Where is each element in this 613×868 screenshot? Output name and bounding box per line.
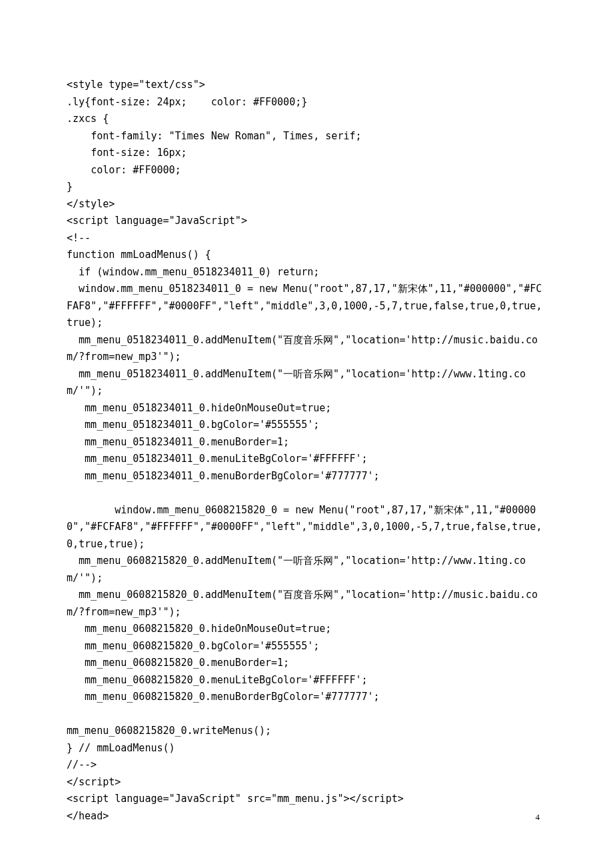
code-line: .ly{font-size: 24px; color: #FF0000;} xyxy=(67,94,546,111)
code-line: mm_menu_0608215820_0.bgColor='#555555'; xyxy=(67,638,546,655)
document-page: <style type="text/css">.ly{font-size: 24… xyxy=(0,0,613,865)
code-line: window.mm_menu_0608215820_0 = new Menu("… xyxy=(67,502,546,553)
code-line xyxy=(67,706,546,723)
code-line: mm_menu_0608215820_0.addMenuItem("一听音乐网"… xyxy=(67,553,546,587)
code-block: <style type="text/css">.ly{font-size: 24… xyxy=(67,77,546,825)
code-line: mm_menu_0518234011_0.addMenuItem("百度音乐网"… xyxy=(67,332,546,366)
code-line: if (window.mm_menu_0518234011_0) return; xyxy=(67,264,546,281)
code-line xyxy=(67,485,546,502)
code-line: mm_menu_0608215820_0.hideOnMouseOut=true… xyxy=(67,621,546,638)
code-line: mm_menu_0608215820_0.menuBorder=1; xyxy=(67,655,546,672)
code-line: </style> xyxy=(67,196,546,213)
code-line: } // mmLoadMenus() xyxy=(67,740,546,757)
code-line: mm_menu_0608215820_0.writeMenus(); xyxy=(67,723,546,740)
code-line: } xyxy=(67,179,546,196)
code-line: mm_menu_0518234011_0.hideOnMouseOut=true… xyxy=(67,400,546,417)
code-line: mm_menu_0608215820_0.menuLiteBgColor='#F… xyxy=(67,672,546,689)
code-line: mm_menu_0518234011_0.addMenuItem("一听音乐网"… xyxy=(67,366,546,400)
code-line: <!-- xyxy=(67,230,546,247)
code-line: mm_menu_0518234011_0.menuBorderBgColor='… xyxy=(67,468,546,485)
code-line: mm_menu_0608215820_0.addMenuItem("百度音乐网"… xyxy=(67,587,546,621)
code-line: </head> xyxy=(67,808,546,825)
code-line: .zxcs { xyxy=(67,111,546,128)
code-line: <script language="JavaScript" src="mm_me… xyxy=(67,791,546,808)
code-line: <script language="JavaScript"> xyxy=(67,213,546,230)
code-line: <style type="text/css"> xyxy=(67,77,546,94)
code-line: mm_menu_0518234011_0.bgColor='#555555'; xyxy=(67,417,546,434)
code-line: window.mm_menu_0518234011_0 = new Menu("… xyxy=(67,281,546,332)
code-line: mm_menu_0518234011_0.menuLiteBgColor='#F… xyxy=(67,451,546,468)
page-number: 4 xyxy=(536,810,540,825)
code-line: </script> xyxy=(67,774,546,791)
code-line: function mmLoadMenus() { xyxy=(67,247,546,264)
code-line: color: #FF0000; xyxy=(67,162,546,179)
code-line: font-family: "Times New Roman", Times, s… xyxy=(67,128,546,145)
code-line: mm_menu_0518234011_0.menuBorder=1; xyxy=(67,434,546,451)
code-line: //--> xyxy=(67,757,546,774)
code-line: font-size: 16px; xyxy=(67,145,546,162)
code-line: mm_menu_0608215820_0.menuBorderBgColor='… xyxy=(67,689,546,706)
